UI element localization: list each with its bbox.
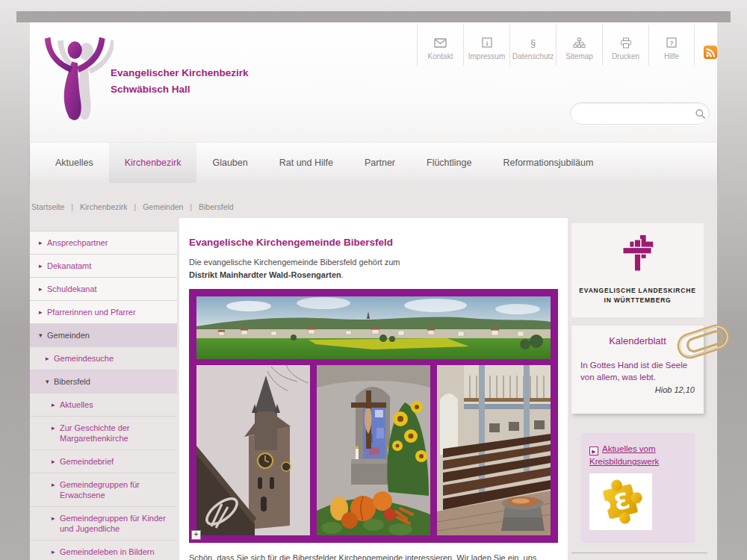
landeskirche-logo-text: Evangelische Landeskirche In Württemberg — [576, 286, 699, 305]
main-navigation: Aktuelles Kirchenbezirk Glauben Rat und … — [30, 142, 717, 183]
site-title-line1: Evangelischer Kirchenbezirk — [111, 65, 249, 81]
photo-collage-bottom-row — [196, 365, 551, 535]
toolbar-item-rss[interactable] — [695, 25, 726, 66]
envelope-icon — [434, 37, 447, 49]
page-top-bar — [16, 11, 731, 22]
page-title: Evangelische Kirchengemeinde Bibersfeld — [189, 237, 558, 248]
toolbar-label: Sitemap — [565, 52, 593, 60]
puzzle-piece-icon: Ɛ — [594, 476, 648, 528]
nav-item-fluechtlinge[interactable]: Flüchtlinge — [411, 143, 487, 183]
toolbar-item-datenschutz[interactable]: § Datenschutz — [509, 25, 556, 66]
sidebar-item-aktuelles[interactable]: Aktuelles — [30, 393, 177, 417]
kalenderblatt-card: Kalenderblatt In Gottes Hand ist die See… — [571, 326, 704, 414]
printer-icon — [620, 37, 632, 49]
toolbar-item-impressum[interactable]: i Impressum — [463, 25, 509, 66]
toolbar-label: Hilfe — [664, 52, 679, 60]
toolbar-item-kontakt[interactable]: Kontakt — [417, 25, 463, 66]
kreisbildungswerk-image[interactable]: Ɛ — [589, 473, 652, 530]
sidebar-item-dekanatamt[interactable]: Dekanatamt — [30, 255, 177, 278]
play-arrow-icon: ▶ — [589, 447, 598, 455]
intro-text: Die evangelische Kirchengemeinde Bibersf… — [189, 258, 400, 267]
toolbar-item-drucken[interactable]: Drucken — [602, 25, 648, 66]
kalenderblatt-quote: In Gottes Hand ist die Seele von allem, … — [580, 359, 695, 383]
breadcrumb-separator: | — [134, 202, 136, 211]
nav-item-partner[interactable]: Partner — [349, 143, 411, 183]
landeskirche-line1: Evangelische Landeskirche — [576, 286, 699, 296]
breadcrumb-kirchenbezirk[interactable]: Kirchenbezirk — [80, 202, 128, 211]
breadcrumb-gemeinden[interactable]: Gemeinden — [143, 202, 183, 211]
image-zoom-button[interactable]: + — [191, 530, 201, 540]
meta-toolbar: Kontakt i Impressum § Datenschutz Sitema… — [417, 25, 726, 66]
photo-village-panorama[interactable] — [196, 296, 551, 359]
toolbar-label: Impressum — [468, 52, 505, 60]
right-column-divider — [571, 553, 707, 553]
kalenderblatt-source: Hiob 12,10 — [580, 385, 695, 394]
sidebar-item-zur-geschichte-der-margarethenkirche[interactable]: Zur Geschichte der Margarethenkirche — [30, 417, 177, 450]
paperclip-icon — [671, 316, 737, 368]
intro-paragraph: Die evangelische Kirchengemeinde Bibersf… — [189, 256, 558, 281]
breadcrumb-separator: | — [190, 202, 192, 211]
svg-text:i: i — [486, 40, 488, 47]
intro-period: . — [341, 270, 344, 279]
sidebar-item-bibersfeld[interactable]: Bibersfeld — [30, 370, 177, 393]
wuerttemberg-cross-icon — [616, 234, 660, 276]
help-icon: ? — [666, 37, 677, 49]
outro-paragraph: Schön, dass Sie sich für die Bibersfelde… — [189, 552, 558, 560]
sidebar-menu: Ansprechpartner Dekanatamt Schuldekanat … — [30, 231, 177, 560]
section-sign-icon: § — [530, 37, 536, 49]
toolbar-item-hilfe[interactable]: ? Hilfe — [648, 25, 695, 66]
sidebar-item-gemeindeleben-in-bildern[interactable]: Gemeindeleben in Bildern — [30, 541, 177, 560]
landeskirche-line2: In Württemberg — [576, 296, 699, 305]
sidebar-item-gemeindebrief[interactable]: Gemeindebrief — [30, 450, 177, 473]
toolbar-label: Kontakt — [428, 52, 453, 60]
toolbar-label: Datenschutz — [512, 52, 554, 60]
main-article: Evangelische Kirchengemeinde Bibersfeld … — [179, 218, 568, 560]
figure-raised-arms-icon — [42, 34, 114, 126]
search-input[interactable] — [571, 109, 692, 118]
photo-altar-harvest-decoration[interactable] — [317, 365, 430, 535]
rss-icon — [704, 46, 717, 59]
breadcrumb-separator: | — [71, 202, 73, 211]
sidebar-item-schuldekanat[interactable]: Schuldekanat — [30, 278, 177, 301]
site-header: Evangelischer Kirchenbezirk Schwäbisch H… — [30, 22, 717, 142]
breadcrumb-startseite[interactable]: Startseite — [31, 202, 64, 211]
sidebar-item-pfarrerinnen-und-pfarrer[interactable]: Pfarrerinnen und Pfarrer — [30, 301, 177, 324]
site-logo[interactable] — [42, 34, 114, 130]
toolbar-label: Drucken — [612, 52, 639, 60]
page-container: Evangelischer Kirchenbezirk Schwäbisch H… — [30, 22, 717, 560]
info-icon: i — [482, 37, 492, 49]
search-box — [570, 102, 710, 125]
nav-item-glauben[interactable]: Glauben — [196, 143, 263, 183]
breadcrumb-bibersfeld[interactable]: Bibersfeld — [199, 202, 234, 211]
kreisbildungswerk-link-label[interactable]: Aktuelles vom Kreisbildungswerk — [589, 444, 659, 466]
sidebar-item-gemeindegruppen-fuer-erwachsene[interactable]: Gemeindegruppen für Erwachsene — [30, 473, 177, 507]
photo-collage: + — [189, 289, 558, 543]
right-column: Evangelische Landeskirche In Württemberg… — [571, 223, 717, 560]
svg-text:?: ? — [670, 40, 674, 47]
sidebar-item-gemeindegruppen-fuer-kinder-und-jugendliche[interactable]: Gemeindegruppen für Kinder und Jugendlic… — [30, 507, 177, 541]
sidebar-item-gemeinden[interactable]: Gemeinden — [30, 324, 177, 347]
intro-bold-text: Distrikt Mainhardter Wald-Rosengarten — [189, 270, 341, 279]
sidebar-item-ansprechpartner[interactable]: Ansprechpartner — [30, 231, 177, 255]
kreisbildungswerk-card: ▶Aktuelles vom Kreisbildungswerk Ɛ — [581, 433, 695, 543]
breadcrumb: Startseite | Kirchenbezirk | Gemeinden |… — [31, 202, 238, 211]
nav-item-rat-und-hilfe[interactable]: Rat und Hilfe — [264, 143, 349, 183]
kreisbildungswerk-link[interactable]: ▶Aktuelles vom Kreisbildungswerk — [589, 443, 686, 468]
search-icon[interactable] — [692, 103, 709, 124]
nav-item-aktuelles[interactable]: Aktuelles — [40, 143, 109, 183]
photo-margarethenkirche-exterior[interactable] — [196, 365, 310, 535]
landeskirche-logo-card[interactable]: Evangelische Landeskirche In Württemberg — [571, 223, 704, 317]
sitemap-icon — [573, 37, 586, 49]
nav-item-kirchenbezirk[interactable]: Kirchenbezirk — [109, 143, 197, 183]
site-title-line2: Schwäbisch Hall — [111, 81, 249, 98]
site-title: Evangelischer Kirchenbezirk Schwäbisch H… — [111, 65, 249, 98]
sidebar-item-gemeindesuche[interactable]: Gemeindesuche — [30, 347, 177, 370]
content-region: Startseite | Kirchenbezirk | Gemeinden |… — [30, 183, 717, 560]
photo-church-interior-pews-font[interactable] — [437, 365, 551, 535]
nav-item-reformationsjubilaeum[interactable]: Reformationsjubiläum — [487, 143, 609, 183]
toolbar-item-sitemap[interactable]: Sitemap — [556, 25, 602, 66]
